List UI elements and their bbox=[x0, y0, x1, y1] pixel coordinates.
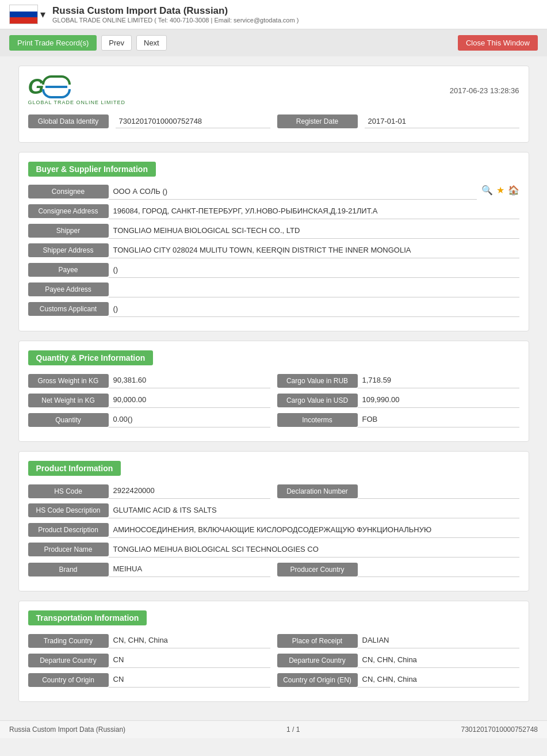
incoterms-label: Incoterms bbox=[277, 413, 358, 427]
gross-weight-col: Gross Weight in KG 90,381.60 bbox=[28, 373, 270, 388]
cargo-rub-label: Cargo Value in RUB bbox=[277, 374, 358, 388]
prev-button[interactable]: Prev bbox=[101, 35, 132, 51]
departure-country-left-col: Departure Country CN bbox=[28, 653, 270, 668]
russia-flag bbox=[9, 5, 38, 24]
payee-label: Payee bbox=[28, 263, 109, 277]
country-of-origin-row: Country of Origin CN Country of Origin (… bbox=[28, 673, 519, 688]
hs-desc-label: HS Code Description bbox=[28, 503, 109, 517]
brand-producer-country-row: Brand MEIHUA Producer Country bbox=[28, 562, 519, 577]
declaration-number-value bbox=[358, 484, 519, 499]
consignee-address-value: 196084, ГОРОД, САНКТ-ПЕТЕРБУРГ, УЛ.НОВО-… bbox=[109, 204, 519, 219]
net-weight-cargo-usd-row: Net Weight in KG 90,000.00 Cargo Value i… bbox=[28, 393, 519, 408]
hs-code-label: HS Code bbox=[28, 484, 109, 498]
identity-row: Global Data Identity 7301201701000075274… bbox=[28, 114, 519, 128]
quantity-col: Quantity 0.00() bbox=[28, 413, 270, 427]
net-weight-col: Net Weight in KG 90,000.00 bbox=[28, 393, 270, 408]
flag-dropdown-icon[interactable]: ▾ bbox=[40, 8, 45, 21]
customs-applicant-row: Customs Applicant () bbox=[28, 302, 519, 317]
payee-value: () bbox=[109, 263, 519, 278]
print-button[interactable]: Print Trade Record(s) bbox=[9, 35, 97, 51]
shipper-label: Shipper bbox=[28, 224, 109, 238]
payee-address-row: Payee Address bbox=[28, 282, 519, 297]
main-content: G GLOBAL TRADE ONLINE LIMITED 2017-06-23… bbox=[9, 56, 538, 720]
country-of-origin-en-label: Country of Origin (EN) bbox=[277, 673, 358, 687]
close-button[interactable]: Close This Window bbox=[458, 35, 538, 51]
record-timestamp: 2017-06-23 13:28:36 bbox=[450, 86, 519, 95]
consignee-value: ООО А СОЛЬ () bbox=[109, 185, 477, 200]
quantity-incoterms-row: Quantity 0.00() Incoterms FOB bbox=[28, 413, 519, 427]
producer-name-value: TONGLIAO MEIHUA BIOLOGICAL SCI TECHNOLOG… bbox=[109, 543, 519, 558]
hs-desc-value: GLUTAMIC ACID & ITS SALTS bbox=[109, 503, 519, 518]
buyer-supplier-header: Buyer & Supplier Information bbox=[28, 162, 156, 177]
footer-left: Russia Custom Import Data (Russian) bbox=[9, 726, 125, 734]
gross-weight-value: 90,381.60 bbox=[109, 373, 270, 388]
flag-container: ▾ bbox=[9, 5, 45, 24]
header-title-block: Russia Custom Import Data (Russian) GLOB… bbox=[52, 5, 538, 24]
search-icon[interactable]: 🔍 bbox=[481, 185, 493, 196]
shipper-address-row: Shipper Address TONGLIAO CITY 028024 MUL… bbox=[28, 243, 519, 258]
departure-country-right-label: Departure Country bbox=[277, 654, 358, 667]
gross-weight-label: Gross Weight in KG bbox=[28, 374, 109, 388]
product-card: Product Information HS Code 2922420000 D… bbox=[18, 451, 529, 591]
hs-desc-row: HS Code Description GLUTAMIC ACID & ITS … bbox=[28, 503, 519, 518]
next-button[interactable]: Next bbox=[136, 35, 167, 51]
global-data-identity-value: 73012017010000752748 bbox=[116, 114, 270, 128]
incoterms-col: Incoterms FOB bbox=[277, 413, 519, 427]
global-data-identity-label: Global Data Identity bbox=[28, 114, 109, 128]
departure-country-row: Departure Country CN Departure Country C… bbox=[28, 653, 519, 668]
quantity-price-header: Quantity & Price Information bbox=[28, 350, 154, 365]
country-of-origin-en-value: CN, CHN, China bbox=[358, 673, 519, 688]
gto-arc-bot bbox=[42, 89, 71, 98]
producer-country-label: Producer Country bbox=[277, 563, 358, 576]
buyer-supplier-card: Buyer & Supplier Information Consignee О… bbox=[18, 152, 529, 331]
register-date-label: Register Date bbox=[277, 114, 358, 128]
quantity-price-card: Quantity & Price Information Gross Weigh… bbox=[18, 341, 529, 442]
declaration-col: Declaration Number bbox=[277, 484, 519, 499]
departure-country-right-value: CN, CHN, China bbox=[358, 653, 519, 668]
cargo-usd-label: Cargo Value in USD bbox=[277, 394, 358, 407]
country-of-origin-value: CN bbox=[109, 673, 270, 688]
customs-applicant-value: () bbox=[109, 302, 519, 317]
quantity-label: Quantity bbox=[28, 413, 109, 427]
country-of-origin-en-col: Country of Origin (EN) CN, CHN, China bbox=[277, 673, 519, 688]
shipper-address-label: Shipper Address bbox=[28, 243, 109, 257]
cargo-rub-col: Cargo Value in RUB 1,718.59 bbox=[277, 373, 519, 388]
brand-col: Brand MEIHUA bbox=[28, 562, 270, 577]
incoterms-value: FOB bbox=[358, 413, 519, 427]
customs-applicant-label: Customs Applicant bbox=[28, 302, 109, 316]
hs-code-col: HS Code 2922420000 bbox=[28, 484, 270, 499]
star-icon[interactable]: ★ bbox=[496, 185, 504, 196]
quantity-value: 0.00() bbox=[109, 413, 270, 427]
producer-name-row: Producer Name TONGLIAO MEIHUA BIOLOGICAL… bbox=[28, 543, 519, 558]
page-title: Russia Custom Import Data (Russian) bbox=[52, 5, 538, 17]
departure-country-right-col: Departure Country CN, CHN, China bbox=[277, 653, 519, 668]
net-weight-value: 90,000.00 bbox=[109, 393, 270, 408]
shipper-address-value: TONGLIAO CITY 028024 MULITU TOWN, KEERQI… bbox=[109, 243, 519, 258]
product-desc-row: Product Description АМИНОСОЕДИНЕНИЯ, ВКЛ… bbox=[28, 523, 519, 538]
shipper-value: TONGLIAO MEIHUA BIOLOGICAL SCI-TECH CO.,… bbox=[109, 224, 519, 239]
gto-arc-top bbox=[42, 75, 71, 85]
brand-label: Brand bbox=[28, 563, 109, 576]
departure-country-left-label: Departure Country bbox=[28, 654, 109, 667]
product-desc-label: Product Description bbox=[28, 523, 109, 537]
place-of-receipt-label: Place of Receipt bbox=[277, 634, 358, 648]
producer-name-label: Producer Name bbox=[28, 543, 109, 556]
hs-code-value: 2922420000 bbox=[109, 484, 270, 499]
payee-row: Payee () bbox=[28, 263, 519, 278]
gto-arc-mid bbox=[45, 86, 67, 88]
trading-country-label: Trading Country bbox=[28, 634, 109, 648]
home-icon[interactable]: 🏠 bbox=[508, 185, 519, 196]
product-header: Product Information bbox=[28, 461, 121, 476]
departure-country-left-value: CN bbox=[109, 653, 270, 668]
product-desc-value: АМИНОСОЕДИНЕНИЯ, ВКЛЮЧАЮЩИЕ КИСЛОРОДСОДЕ… bbox=[109, 523, 519, 538]
country-of-origin-label: Country of Origin bbox=[28, 673, 109, 687]
top-header: ▾ Russia Custom Import Data (Russian) GL… bbox=[0, 0, 547, 29]
producer-country-value bbox=[358, 562, 519, 577]
payee-address-value bbox=[109, 282, 519, 297]
place-of-receipt-value: DALIAN bbox=[358, 633, 519, 648]
consignee-label: Consignee bbox=[28, 185, 109, 198]
transportation-card: Transportation Information Trading Count… bbox=[18, 601, 529, 702]
transportation-header: Transportation Information bbox=[28, 610, 147, 625]
gto-logo: G GLOBAL TRADE ONLINE LIMITED bbox=[28, 75, 126, 105]
toolbar: Print Trade Record(s) Prev Next Close Th… bbox=[0, 29, 547, 56]
